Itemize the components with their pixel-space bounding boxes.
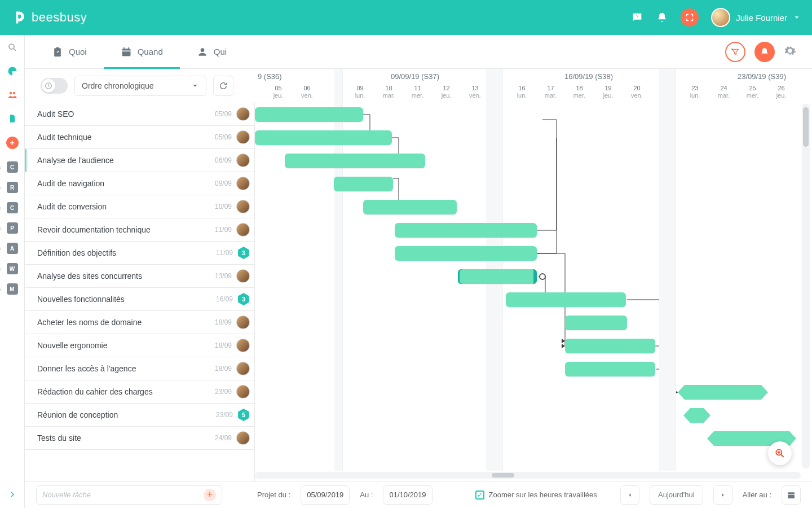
gantt-bar[interactable] (565, 362, 655, 376)
project-to-date[interactable]: 01/10/2019 (383, 485, 432, 505)
task-row[interactable]: Tests du site24/09 (25, 427, 254, 450)
today-label: Aujourd'hui (658, 491, 695, 499)
timeline: 9 (S36)09/09/19 (S37)16/09/19 (S38)23/09… (255, 69, 812, 481)
gantt-bar[interactable] (395, 223, 537, 238)
task-row[interactable]: Audit de navigation09/09 (25, 172, 254, 195)
task-row[interactable]: Nouvelles fonctionnalités16/093 (25, 288, 254, 311)
task-row[interactable]: Analyse des sites concurrents13/09 (25, 265, 254, 288)
horizontal-scrollbar[interactable] (255, 472, 801, 479)
task-date: 23/09 (216, 411, 233, 419)
settings-button[interactable] (784, 45, 796, 59)
plus-icon[interactable]: + (204, 489, 216, 501)
chevron-right-icon: › (0, 205, 2, 211)
refresh-button[interactable] (213, 76, 233, 96)
milestone-marker-icon[interactable] (539, 273, 546, 280)
assignee-avatar-icon (236, 385, 250, 398)
assignee-avatar-icon (236, 107, 250, 121)
tab-qui-label: Qui (214, 47, 227, 56)
user-menu[interactable]: Julie Fournier (711, 8, 801, 27)
gantt-bar[interactable] (395, 246, 537, 261)
rail-project-r[interactable]: ›R (7, 182, 18, 193)
vertical-scrollbar[interactable] (802, 104, 810, 468)
project-from-date[interactable]: 05/09/2019 (301, 485, 350, 505)
gantt-bar[interactable] (285, 154, 425, 168)
gantt-bar[interactable] (678, 385, 768, 400)
expand-rail-icon[interactable] (8, 490, 17, 501)
gantt-bar[interactable] (363, 200, 457, 214)
new-task-input[interactable]: Nouvelle tâche + (36, 485, 222, 505)
rail-project-c[interactable]: ›C (7, 161, 18, 173)
search-icon[interactable] (7, 42, 18, 53)
task-row[interactable]: Analyse de l'audience06/09 (25, 149, 254, 172)
zoom-in-button[interactable] (768, 441, 792, 465)
project-badge: C (7, 202, 18, 213)
zoom-hours-label: Zoomer sur les heures travaillées (489, 491, 597, 499)
chart-area[interactable] (255, 103, 801, 471)
gantt-bar[interactable] (565, 339, 655, 353)
assignee-count-badge: 3 (237, 293, 250, 305)
task-row[interactable]: Rédaction du cahier des charges23/09 (25, 380, 254, 404)
tab-quand-label: Quand (138, 47, 163, 56)
rail-project-p[interactable]: ›P (7, 222, 18, 234)
week-label: 09/09/19 (S37) (391, 72, 439, 81)
task-row[interactable]: Audit SEO05/09 (25, 103, 254, 126)
svg-point-1 (9, 44, 14, 49)
day-column: 18mer. (565, 85, 594, 99)
task-row[interactable]: Réunion de conception23/095 (25, 404, 254, 427)
task-date: 06/09 (215, 156, 232, 164)
gantt: Audit SEO05/09Audit technique05/09Analys… (25, 69, 812, 481)
task-label: Tests du site (37, 433, 215, 443)
user-icon (197, 46, 208, 58)
next-button[interactable] (713, 485, 732, 505)
today-button[interactable]: Aujourd'hui (650, 485, 703, 505)
task-row[interactable]: Nouvelle ergonomie18/09 (25, 334, 254, 357)
bell-icon[interactable] (656, 11, 668, 24)
gantt-bar[interactable] (506, 292, 626, 307)
help-icon[interactable]: ? (631, 11, 643, 24)
alerts-button[interactable] (754, 42, 775, 62)
svg-point-3 (12, 92, 15, 95)
task-row[interactable]: Donner les accès à l'agence18/09 (25, 357, 254, 380)
task-label: Nouvelle ergonomie (37, 341, 215, 350)
task-row[interactable]: Audit technique05/09 (25, 126, 254, 149)
chevron-right-icon: › (0, 185, 2, 191)
brand-logo[interactable]: beesbusy (11, 10, 87, 25)
rail-project-m[interactable]: ›M (7, 283, 18, 295)
gantt-bar[interactable] (565, 316, 627, 330)
task-row[interactable]: Audit de conversion10/09 (25, 195, 254, 218)
gantt-bar[interactable] (255, 130, 392, 145)
tab-qui[interactable]: Qui (180, 35, 244, 68)
rail-project-a[interactable]: ›A (7, 243, 18, 254)
prev-button[interactable] (620, 485, 639, 505)
add-button[interactable]: + (6, 137, 19, 149)
goto-date-button[interactable] (782, 485, 801, 505)
tab-quoi[interactable]: Quoi (35, 35, 104, 68)
svg-point-2 (9, 92, 12, 95)
task-row[interactable]: Acheter les noms de domaine18/09 (25, 311, 254, 334)
dashboard-icon[interactable] (7, 65, 18, 77)
rail-project-c[interactable]: ›C (7, 202, 18, 213)
assignee-count-badge: 3 (237, 247, 250, 259)
task-date: 18/09 (215, 341, 232, 349)
day-column: 25mer. (738, 85, 767, 99)
rail-project-w[interactable]: ›W (7, 263, 18, 274)
day-column: 10mar. (374, 85, 403, 99)
task-row[interactable]: Revoir documentation technique11/09 (25, 218, 254, 242)
sort-dropdown[interactable]: Ordre chronologique (74, 76, 206, 96)
file-icon[interactable] (7, 113, 18, 124)
gantt-bar[interactable] (255, 107, 363, 122)
zoom-hours-checkbox[interactable]: ✓ Zoomer sur les heures travaillées (475, 491, 597, 500)
task-date: 05/09 (215, 110, 232, 118)
gantt-bar[interactable] (458, 269, 537, 284)
tab-quand[interactable]: Quand (104, 35, 180, 68)
people-icon[interactable] (7, 89, 18, 100)
clock-toggle[interactable] (41, 78, 68, 94)
task-row[interactable]: Définition des objectifs11/093 (25, 242, 254, 265)
gantt-milestone[interactable] (683, 408, 710, 423)
gantt-bar[interactable] (334, 177, 393, 191)
calendar-icon (121, 46, 132, 58)
fullscreen-button[interactable] (681, 8, 699, 27)
task-label: Analyse de l'audience (37, 156, 215, 165)
assignee-avatar-icon (236, 223, 250, 237)
filter-button[interactable] (725, 42, 745, 62)
